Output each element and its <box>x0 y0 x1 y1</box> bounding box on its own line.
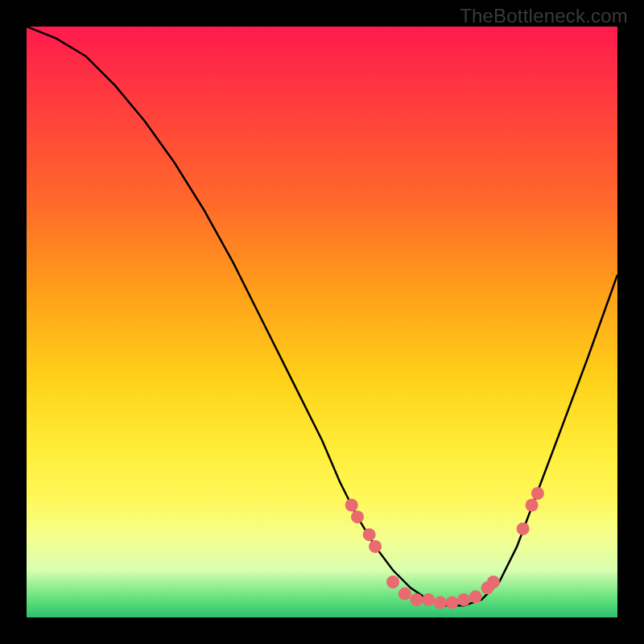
curve-marker <box>422 593 435 606</box>
curve-marker <box>457 593 470 606</box>
curve-marker <box>469 590 482 603</box>
plot-area <box>27 27 617 617</box>
curve-marker <box>526 499 539 512</box>
chart-svg <box>27 27 617 617</box>
curve-markers <box>345 487 544 609</box>
curve-marker <box>487 576 500 588</box>
attribution-text: TheBottleneck.com <box>460 5 628 27</box>
curve-marker <box>398 588 411 601</box>
curve-marker <box>369 540 382 553</box>
curve-marker <box>434 597 447 609</box>
curve-marker <box>531 487 544 500</box>
curve-marker <box>351 510 364 523</box>
curve-marker <box>386 576 399 588</box>
curve-marker <box>363 528 376 541</box>
curve-marker <box>410 593 423 606</box>
curve-marker <box>345 499 358 512</box>
curve-marker <box>446 597 459 609</box>
chart-frame: TheBottleneck.com <box>0 0 644 644</box>
curve-marker <box>517 522 530 535</box>
bottleneck-curve <box>27 27 617 605</box>
